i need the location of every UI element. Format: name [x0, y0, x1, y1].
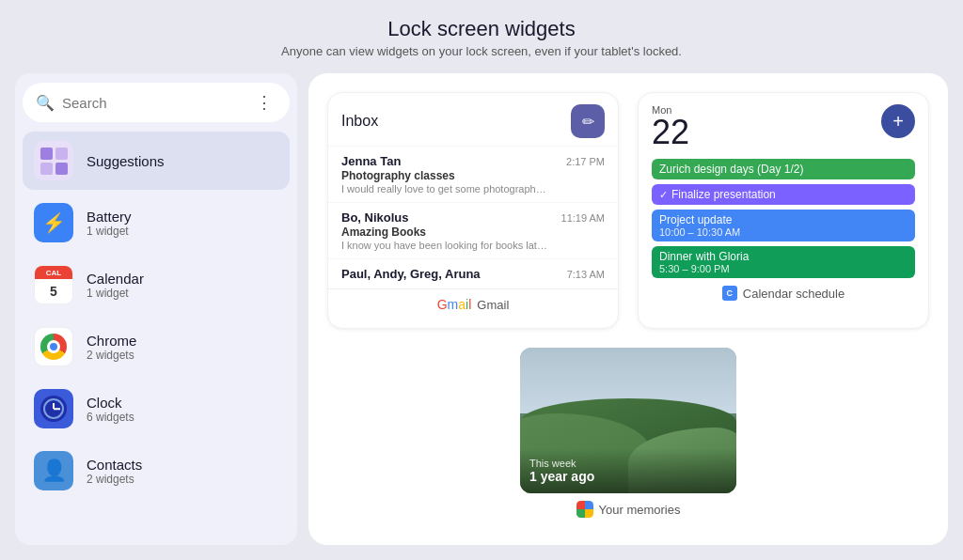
calendar-footer-icon: C [722, 286, 737, 301]
chrome-count: 2 widgets [87, 349, 136, 362]
email-item-3[interactable]: Paul, Andy, Greg, Aruna 7:13 AM [328, 258, 618, 288]
calendar-count: 1 widget [87, 287, 144, 300]
suggestions-icon [34, 141, 73, 180]
page-subtitle: Anyone can view widgets on your lock scr… [281, 44, 682, 58]
contacts-icon: 👤 [34, 451, 73, 490]
calendar-event-3[interactable]: Project update 10:00 – 10:30 AM [652, 210, 915, 241]
sidebar-item-clock[interactable]: Clock 6 widgets [23, 380, 290, 438]
widgets-area: Inbox ✏ Jenna Tan 2:17 PM Photography cl… [308, 73, 948, 545]
email-preview-2: I know you have been looking for books l… [341, 240, 548, 251]
gmail-widget: Inbox ✏ Jenna Tan 2:17 PM Photography cl… [327, 92, 619, 329]
battery-icon: ⚡ [34, 203, 73, 242]
calendar-event-2[interactable]: ✓ Finalize presentation [652, 184, 915, 205]
gmail-m-icon: Gmail [437, 297, 472, 312]
page-header: Lock screen widgets Anyone can view widg… [281, 0, 682, 66]
gmail-footer: Gmail Gmail [328, 288, 618, 319]
sidebar-item-suggestions[interactable]: Suggestions [23, 132, 290, 190]
calendar-header: Mon 22 + [652, 104, 915, 149]
calendar-event-4[interactable]: Dinner with Gloria 5:30 – 9:00 PM [652, 246, 915, 278]
contacts-label: Contacts [87, 457, 142, 473]
memories-time-label: This week [529, 458, 727, 469]
calendar-date-num: 22 [652, 116, 689, 149]
sidebar: 🔍 ⋮ Suggestions ⚡ B [15, 73, 297, 545]
gmail-header: Inbox ✏ [328, 93, 618, 146]
calendar-events: Zurich design days (Day 1/2) ✓ Finalize … [652, 159, 915, 278]
memories-overlay: This week 1 year ago [520, 448, 736, 493]
sidebar-item-chrome[interactable]: Chrome 2 widgets [23, 318, 290, 376]
calendar-footer-label: Calendar schedule [743, 287, 845, 301]
memories-photo[interactable]: This week 1 year ago [520, 348, 736, 493]
chrome-label: Chrome [87, 333, 136, 349]
gmail-title: Inbox [341, 113, 378, 130]
search-icon: 🔍 [36, 94, 55, 112]
clock-icon [34, 389, 73, 428]
calendar-label: Calendar [87, 271, 144, 287]
email-sender-1: Jenna Tan [341, 154, 401, 168]
memories-footer-label: Your memories [599, 503, 681, 517]
gmail-footer-label: Gmail [477, 298, 509, 312]
compose-button[interactable]: ✏ [571, 104, 605, 138]
email-subject-2: Amazing Books [341, 226, 605, 239]
email-sender-2: Bo, Nikolus [341, 210, 409, 225]
calendar-widget: Mon 22 + Zurich design days (Day 1/2) ✓ … [638, 92, 929, 329]
email-preview-1: I would really love to get some photogra… [341, 183, 548, 194]
main-layout: 🔍 ⋮ Suggestions ⚡ B [0, 66, 963, 560]
search-input[interactable] [62, 95, 245, 111]
battery-count: 1 widget [87, 225, 132, 238]
page-title: Lock screen widgets [281, 17, 682, 41]
sidebar-item-battery[interactable]: ⚡ Battery 1 widget [23, 194, 290, 252]
contacts-count: 2 widgets [87, 473, 142, 486]
email-time-1: 2:17 PM [566, 156, 605, 167]
memories-year-label: 1 year ago [529, 469, 727, 484]
email-item-1[interactable]: Jenna Tan 2:17 PM Photography classes I … [328, 146, 618, 202]
memories-widget: This week 1 year ago Your memories [327, 348, 929, 526]
email-time-3: 7:13 AM [567, 269, 605, 280]
sidebar-item-calendar[interactable]: CAL 5 Calendar 1 widget [23, 256, 290, 314]
photos-icon [576, 501, 593, 518]
calendar-app-icon: CAL 5 [34, 265, 73, 304]
calendar-footer: C Calendar schedule [652, 278, 915, 301]
email-item-2[interactable]: Bo, Nikolus 11:19 AM Amazing Books I kno… [328, 202, 618, 258]
email-subject-1: Photography classes [341, 169, 605, 182]
email-sender-3: Paul, Andy, Greg, Aruna [341, 267, 481, 281]
suggestions-label: Suggestions [87, 153, 165, 169]
calendar-event-1[interactable]: Zurich design days (Day 1/2) [652, 159, 915, 179]
calendar-add-button[interactable]: + [881, 104, 915, 138]
search-bar[interactable]: 🔍 ⋮ [23, 83, 290, 122]
battery-label: Battery [87, 209, 132, 225]
chrome-icon [34, 327, 73, 366]
sidebar-item-contacts[interactable]: 👤 Contacts 2 widgets [23, 442, 290, 500]
clock-count: 6 widgets [87, 411, 134, 424]
clock-label: Clock [87, 395, 134, 411]
email-time-2: 11:19 AM [561, 212, 605, 224]
memories-footer: Your memories [576, 501, 681, 518]
more-options-icon[interactable]: ⋮ [252, 90, 276, 115]
